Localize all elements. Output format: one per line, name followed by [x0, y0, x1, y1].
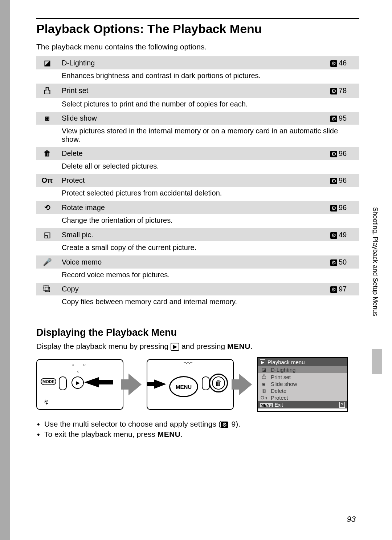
screen-item-icon: ◪	[261, 367, 267, 372]
screen-menu-item: ◙Slide show	[258, 380, 347, 387]
bullet-1: Use the multi selector to choose and app…	[44, 420, 359, 428]
menu-item-page-ref: ⚙50	[327, 255, 359, 269]
menu-item-name: Slide show	[58, 112, 327, 125]
menu-item-page-ref: ⚙46	[327, 56, 359, 69]
menu-item-icon: Oπ	[36, 174, 58, 187]
arrow-to-menu	[154, 379, 166, 389]
menu-item-icon: 🎤	[36, 255, 58, 269]
menu-item-page-ref: ⚙96	[327, 174, 359, 187]
step-arrow-2	[239, 374, 252, 395]
menu-item-desc-row: Change the orientation of pictures.	[36, 214, 359, 228]
menu-item-name: Small pic.	[58, 228, 327, 241]
menu-item-header: ⿻Copy⚙97	[36, 283, 359, 295]
menu-item-page-ref: ⚙78	[327, 84, 359, 98]
menu-item-desc: Enhances brightness and contrast in dark…	[58, 69, 359, 84]
menu-item-icon: 凸	[36, 84, 58, 98]
trash-button-ring: 🗑	[209, 374, 228, 392]
screen-item-icon: Oπ	[261, 395, 267, 400]
screen-header: ▶ Playback menu	[258, 358, 347, 366]
camera-back-step2: 〰 MENU 🗑	[147, 359, 234, 410]
menu-item-header: 🎤Voice memo⚙50	[36, 255, 359, 269]
ref-icon: ⚙	[330, 116, 337, 122]
menu-item-desc-row: Delete all or selected pictures.	[36, 160, 359, 174]
screen-menu-item: 🗑Delete	[258, 387, 347, 394]
screen-footer: MENUExit ?	[258, 401, 347, 408]
playback-button-icon: ▶	[72, 376, 84, 389]
bullet1-page: 9	[232, 420, 236, 428]
menu-item-header: ⟲Rotate image⚙96	[36, 201, 359, 214]
screen-menu-item: OπProtect	[258, 394, 347, 401]
instr-pre: Display the playback menu by pressing	[36, 342, 171, 350]
menu-item-name: D-Lighting	[58, 56, 327, 69]
menu-item-name: Delete	[58, 147, 327, 160]
ref-icon: ⚙	[330, 259, 337, 266]
bullet-2: To exit the playback menu, press MENU.	[44, 430, 359, 439]
trash-icon: 🗑	[212, 376, 225, 390]
menu-button-word: MENU	[227, 342, 250, 350]
ref-icon: ⚙	[330, 60, 337, 67]
camera-pill-button-2	[202, 376, 210, 390]
camera-back-step1: ○ ○ ○ MODE ▶ ↯	[36, 359, 123, 410]
mode-button: MODE	[41, 378, 56, 385]
screen-item-label: Protect	[271, 395, 288, 401]
camera-pill-button	[59, 376, 67, 390]
menu-item-icon: 🗑	[36, 147, 58, 160]
bullet2-pre: To exit the playback menu, press	[44, 430, 158, 438]
side-tab-marker	[372, 349, 382, 374]
ref-icon: ⚙	[330, 286, 337, 293]
displaying-instruction: Display the playback menu by pressing ▶ …	[36, 342, 359, 351]
menu-item-icon: ◙	[36, 112, 58, 125]
screen-exit-label: Exit	[274, 402, 283, 408]
menu-item-desc-row: Protect selected pictures from accidenta…	[36, 187, 359, 201]
illustration-row: ○ ○ ○ MODE ▶ ↯ 〰 MENU 🗑 ▶ Playback menu …	[36, 357, 359, 412]
page-number: 93	[347, 515, 356, 524]
menu-item-icon: ◪	[36, 56, 58, 69]
screen-playback-icon: ▶	[260, 359, 265, 365]
screen-item-label: Delete	[271, 388, 286, 394]
camera-top-mic-icon: 〰	[184, 359, 192, 368]
menu-item-header: 凸Print set⚙78	[36, 84, 359, 98]
menu-item-name: Voice memo	[58, 255, 327, 269]
side-chapter-label: Shooting, Playback and Setup Menus	[371, 207, 379, 316]
menu-item-page-ref: ⚙96	[327, 201, 359, 214]
menu-word-2: MENU	[158, 430, 181, 438]
ref-icon: ⚙	[330, 178, 337, 184]
screen-item-label: D-Lighting	[271, 367, 295, 373]
instruction-bullets: Use the multi selector to choose and app…	[36, 420, 359, 439]
menu-item-name: Print set	[58, 84, 327, 98]
ref-icon: ⚙	[330, 232, 337, 239]
playback-icon: ▶	[171, 343, 179, 351]
screen-item-icon: 凸	[261, 374, 267, 380]
screen-help-icon: ?	[339, 402, 345, 408]
page-title: Playback Options: The Playback Menu	[36, 22, 359, 36]
menu-item-name: Copy	[58, 283, 327, 295]
intro-text: The playback menu contains the following…	[36, 43, 359, 51]
screen-title: Playback menu	[268, 359, 305, 365]
screen-menu-item: ◪D-Lighting	[258, 366, 347, 373]
lcd-screen-mockup: ▶ Playback menu ◪D-Lighting凸Print set◙Sl…	[257, 357, 348, 412]
menu-item-header: 🗑Delete⚙96	[36, 147, 359, 160]
menu-item-icon: ⟲	[36, 201, 58, 214]
screen-item-label: Slide show	[271, 381, 297, 387]
menu-item-desc-row: Enhances brightness and contrast in dark…	[36, 69, 359, 84]
menu-item-desc: Protect selected pictures from accidenta…	[58, 187, 359, 201]
ref-icon: ⚙	[330, 205, 337, 211]
menu-item-desc: View pictures stored in the internal mem…	[58, 125, 359, 147]
screen-menu-badge: MENU	[260, 403, 273, 407]
menu-item-header: ◙Slide show⚙95	[36, 112, 359, 125]
ref-icon: ⚙	[221, 422, 228, 428]
top-rule	[36, 18, 359, 19]
camera-top-dots: ○ ○	[72, 362, 89, 367]
menu-item-desc-row: Copy files between memory card and inter…	[36, 295, 359, 310]
menu-item-desc-row: Record voice memos for pictures.	[36, 269, 359, 283]
ref-icon: ⚙	[330, 151, 337, 157]
manual-page: Playback Options: The Playback Menu The …	[0, 0, 392, 540]
instr-post: .	[250, 342, 253, 350]
menu-item-page-ref: ⚙97	[327, 283, 359, 295]
menu-item-page-ref: ⚙95	[327, 112, 359, 125]
bullet1-post: ).	[236, 420, 240, 428]
menu-item-header: ◪D-Lighting⚙46	[36, 56, 359, 69]
instr-mid: and pressing	[181, 342, 227, 350]
bullet1-pre: Use the multi selector to choose and app…	[44, 420, 221, 428]
camera-small-dot: ○	[77, 369, 79, 374]
